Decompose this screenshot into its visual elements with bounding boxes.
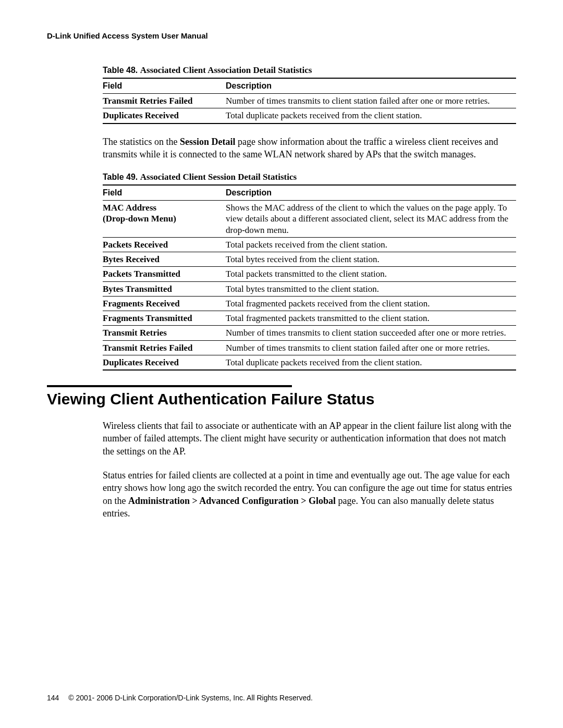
table-48: Field Description Transmit Retries Faile… [103, 78, 516, 124]
field-cell: Transmit Retries Failed [103, 340, 226, 355]
table-row: MAC Address (Drop-down Menu)Shows the MA… [103, 201, 516, 238]
table-48-caption-prefix: Table 48. [103, 66, 138, 75]
table-49-caption-title: Associated Client Session Detail Statist… [140, 172, 297, 182]
description-cell: Number of times transmits to client stat… [226, 94, 516, 108]
table-row: Duplicates ReceivedTotal duplicate packe… [103, 108, 516, 124]
field-cell: Duplicates Received [103, 108, 226, 124]
para1-bold: Session Detail [180, 137, 236, 147]
table-49-caption-prefix: Table 49. [103, 172, 138, 181]
field-cell: Bytes Received [103, 252, 226, 267]
section-heading: Viewing Client Authentication Failure St… [47, 390, 516, 408]
description-cell: Total fragmented packets transmitted to … [226, 311, 516, 326]
table-row: Transmit RetriesNumber of times transmit… [103, 326, 516, 340]
table-row: Bytes TransmittedTotal bytes transmitted… [103, 281, 516, 296]
section-paragraph-1: Wireless clients that fail to associate … [103, 419, 516, 458]
table-48-header-description: Description [226, 78, 516, 94]
table-48-header-field: Field [103, 78, 226, 94]
description-cell: Total duplicate packets received from th… [226, 108, 516, 124]
table-row: Transmit Retries FailedNumber of times t… [103, 340, 516, 355]
field-cell: MAC Address (Drop-down Menu) [103, 201, 226, 238]
field-cell: Packets Transmitted [103, 267, 226, 281]
description-cell: Total packets transmitted to the client … [226, 267, 516, 281]
description-cell: Total packets received from the client s… [226, 237, 516, 252]
section-divider [47, 385, 292, 387]
field-cell: Packets Received [103, 237, 226, 252]
table-row: Packets ReceivedTotal packets received f… [103, 237, 516, 252]
field-cell: Transmit Retries [103, 326, 226, 340]
description-cell: Shows the MAC address of the client to w… [226, 201, 516, 238]
table-row: Bytes ReceivedTotal bytes received from … [103, 252, 516, 267]
para1-pre: The statistics on the [103, 137, 180, 147]
field-cell: Bytes Transmitted [103, 281, 226, 296]
table-49: Field Description MAC Address (Drop-down… [103, 184, 516, 371]
description-cell: Total fragmented packets received from t… [226, 296, 516, 311]
table-49-caption: Table 49. Associated Client Session Deta… [103, 172, 516, 182]
table-49-header-description: Description [226, 185, 516, 201]
table-49-header-field: Field [103, 185, 226, 201]
description-cell: Number of times transmits to client stat… [226, 326, 516, 340]
description-cell: Number of times transmits to client stat… [226, 340, 516, 355]
description-cell: Total bytes transmitted to the client st… [226, 281, 516, 296]
table-row: Fragments ReceivedTotal fragmented packe… [103, 296, 516, 311]
table-row: Fragments TransmittedTotal fragmented pa… [103, 311, 516, 326]
description-cell: Total duplicate packets received from th… [226, 355, 516, 370]
table-48-caption: Table 48. Associated Client Association … [103, 65, 516, 76]
section-paragraph-2: Status entries for failed clients are co… [103, 469, 516, 520]
field-cell: Duplicates Received [103, 355, 226, 370]
page-footer: 144 © 2001- 2006 D-Link Corporation/D-Li… [47, 694, 313, 702]
field-cell: Fragments Received [103, 296, 226, 311]
table-row: Packets TransmittedTotal packets transmi… [103, 267, 516, 281]
page-number: 144 [47, 694, 59, 702]
session-detail-paragraph: The statistics on the Session Detail pag… [103, 135, 516, 161]
table-48-caption-title: Associated Client Association Detail Sta… [140, 65, 312, 75]
field-cell: Fragments Transmitted [103, 311, 226, 326]
field-cell: Transmit Retries Failed [103, 94, 226, 108]
table-row: Duplicates ReceivedTotal duplicate packe… [103, 355, 516, 370]
running-header: D-Link Unified Access System User Manual [47, 31, 516, 40]
table-48-body: Transmit Retries FailedNumber of times t… [103, 94, 516, 124]
description-cell: Total bytes received from the client sta… [226, 252, 516, 267]
copyright-text: © 2001- 2006 D-Link Corporation/D-Link S… [68, 694, 313, 702]
table-49-body: MAC Address (Drop-down Menu)Shows the MA… [103, 201, 516, 371]
p2-bold: Administration > Advanced Configuration … [128, 496, 336, 506]
table-row: Transmit Retries FailedNumber of times t… [103, 94, 516, 108]
